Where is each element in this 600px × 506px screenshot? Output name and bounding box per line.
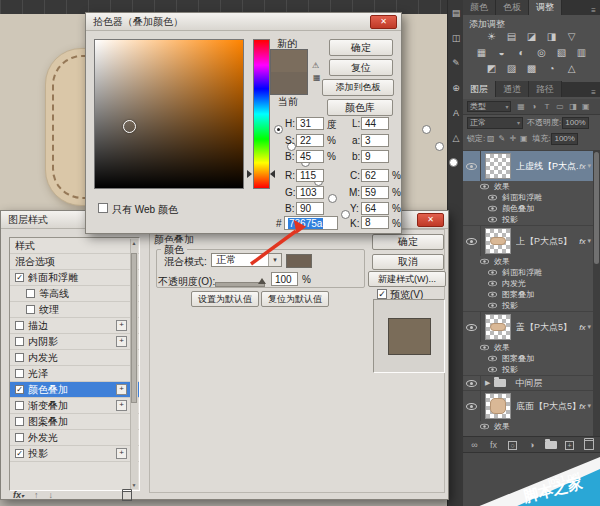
collapsed-panel-properties-icon[interactable]: ◫ [448,29,464,47]
adjustment-selective-color-icon[interactable]: △ [564,62,579,75]
close-icon[interactable]: ✕ [370,15,397,29]
b2-radio[interactable] [341,210,350,219]
layer-thumbnail[interactable] [485,314,511,340]
reset-default-button[interactable]: 复位为默认值 [261,291,329,307]
color-picker-titlebar[interactable]: 拾色器（叠加颜色） ✕ [86,13,401,31]
expand-plus-icon[interactable]: + [116,448,127,459]
visibility-eye-icon[interactable] [466,403,477,410]
k-input[interactable]: 8 [361,216,389,229]
filter-pixel-icon[interactable]: ▦ [514,102,527,111]
tab-adjustments[interactable]: 调整 [529,0,562,15]
visibility-eye-icon[interactable] [488,195,497,201]
adjustment-gradient-map-icon[interactable]: ◔ [544,62,559,75]
style-item-8[interactable]: ✓颜色叠加+ [10,382,139,398]
visibility-eye-icon[interactable] [466,380,477,387]
layer-group-row[interactable]: ▶中间层 [463,375,593,390]
visibility-eye-icon[interactable] [488,270,497,276]
expand-plus-icon[interactable]: + [116,400,127,411]
color-libraries-button[interactable]: 颜色库 [327,99,393,116]
visibility-eye-icon[interactable] [488,217,497,223]
panel-menu-icon[interactable]: ≡ [587,6,600,15]
effect-row[interactable]: 颜色叠加 [463,203,593,214]
effect-row[interactable]: 图案叠加 [463,289,593,300]
hex-input[interactable]: 73675a [284,216,338,230]
h-radio[interactable] [274,125,283,134]
style-checkbox[interactable] [15,321,24,330]
style-item-1[interactable]: ✓斜面和浮雕 [10,270,139,286]
style-checkbox[interactable] [15,417,24,426]
style-item-2[interactable]: 等高线 [10,286,139,302]
adjustment-curves-icon[interactable]: ◪ [524,30,539,43]
g-radio[interactable] [328,194,337,203]
expand-plus-icon[interactable]: + [116,320,127,331]
l-radio[interactable] [422,125,431,134]
gamut-warning-icon[interactable]: ⚠ [312,61,319,70]
layer-style-fx-icon[interactable]: fx [485,440,502,450]
effect-row[interactable]: 图案叠加 [463,353,593,364]
style-checkbox[interactable]: ✓ [15,385,24,394]
preview-checkbox[interactable]: ✓ [377,289,387,299]
b2-input[interactable]: 90 [296,202,324,215]
style-checkbox[interactable] [26,305,35,314]
effect-row[interactable]: 斜面和浮雕 [463,192,593,203]
fill-value[interactable]: 100% [551,133,578,145]
tab-swatches[interactable]: 色板 [496,0,529,15]
make-default-button[interactable]: 设置为默认值 [191,291,259,307]
blend-mode-select[interactable]: 正常 ▾ [211,253,282,267]
style-item-11[interactable]: 外发光 [10,430,139,446]
effect-row[interactable]: 效果 [463,421,593,432]
scrollbar-thumb[interactable] [594,152,599,264]
y-input[interactable]: 64 [361,202,389,215]
hue-slider[interactable] [253,39,270,189]
style-checkbox[interactable] [15,433,24,442]
color-field-marker[interactable] [123,120,136,133]
style-checkbox[interactable] [15,337,24,346]
visibility-eye-icon[interactable] [488,292,497,298]
lock-all-icon[interactable]: ▣ [518,134,529,143]
style-checkbox[interactable] [15,369,24,378]
effect-row[interactable]: 投影 [463,214,593,225]
h-input[interactable]: 31 [296,117,324,130]
layer-row[interactable]: 上虚线【P大点...fx▾ [463,150,593,181]
move-style-down-icon[interactable]: ↓ [49,490,54,500]
tab-layers[interactable]: 图层 [463,81,496,97]
cancel-button[interactable]: 取消 [372,254,444,270]
effect-row[interactable]: 效果 [463,342,593,353]
link-layers-icon[interactable]: ∞ [466,440,483,450]
style-item-5[interactable]: 内阴影+ [10,334,139,350]
effect-row[interactable]: 效果 [463,256,593,267]
style-item-7[interactable]: 光泽 [10,366,139,382]
layer-thumbnail[interactable] [485,393,511,419]
effect-row[interactable]: 斜面和浮雕 [463,267,593,278]
new-adjustment-layer-icon[interactable]: ◑ [523,440,540,450]
reset-button[interactable]: 复位 [329,59,393,76]
filter-shape-icon[interactable]: ▭ [553,102,566,111]
layer-thumbnail[interactable] [485,153,511,179]
adjustment-exposure-icon[interactable]: ◨ [544,30,559,43]
adjustment-photo-filter-icon[interactable]: ◎ [534,46,549,59]
scroll-down-icon[interactable]: ▼ [131,482,137,488]
layer-row[interactable]: 底面【P大点5】fx▾ [463,390,593,421]
visibility-eye-icon[interactable] [488,367,497,373]
visibility-eye-icon[interactable] [466,163,477,170]
adjustment-black-white-icon[interactable]: ◐ [514,46,529,59]
style-item-0[interactable]: 混合选项 [10,254,139,270]
visibility-eye-icon[interactable] [480,259,489,265]
layer-filter-kind-dropdown[interactable]: 类型▾ [467,101,511,112]
opacity-value[interactable]: 100% [562,117,589,129]
style-item-9[interactable]: 渐变叠加+ [10,398,139,414]
layers-scrollbar[interactable] [593,150,600,436]
styles-scrollbar[interactable]: ▲ ▼ [130,239,138,489]
filter-smart-object-icon[interactable]: ◨ [566,102,579,111]
effect-row[interactable]: 投影 [463,300,593,311]
tab-color[interactable]: 颜色 [463,0,496,15]
filter-type-icon[interactable]: T [540,102,553,111]
web-safe-icon[interactable]: ▦ [313,73,321,82]
adjustment-brightness-contrast-icon[interactable]: ☀ [484,30,499,43]
visibility-eye-icon[interactable] [488,356,497,362]
scroll-up-icon[interactable]: ▲ [131,240,137,246]
s-input[interactable]: 22 [296,134,324,147]
b3-radio[interactable] [449,158,458,167]
hue-slider-marker-right[interactable] [270,170,275,178]
style-item-12[interactable]: ✓投影+ [10,446,139,462]
